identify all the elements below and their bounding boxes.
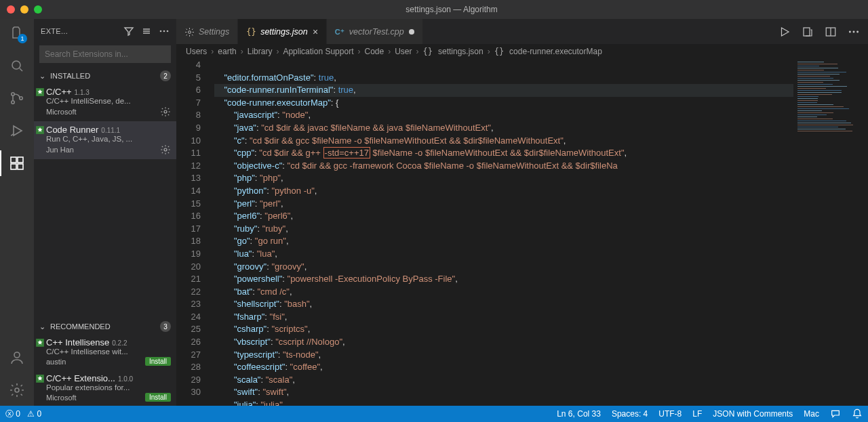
minimize-window-button[interactable] <box>20 5 28 14</box>
feedback-icon[interactable] <box>830 408 841 419</box>
code-line[interactable]: "c": "cd $dir && gcc $fileName -o $fileN… <box>214 135 793 148</box>
breadcrumb-item[interactable]: Code <box>364 47 384 56</box>
code-line[interactable]: "java": "cd $dir && javac $fileName && j… <box>214 122 793 135</box>
accounts-icon[interactable] <box>8 349 26 366</box>
close-icon[interactable]: × <box>313 26 318 37</box>
notifications-icon[interactable] <box>852 408 863 419</box>
platform-indicator[interactable]: Mac <box>804 409 819 419</box>
manage-gear-icon[interactable] <box>160 144 171 155</box>
sidebar-title: EXTE... <box>41 27 118 35</box>
close-window-button[interactable] <box>7 5 15 14</box>
code-line[interactable]: "editor.formatOnPaste": true, <box>214 72 793 85</box>
split-editor-icon[interactable] <box>825 26 837 38</box>
code-line[interactable]: "bat": "cmd /c", <box>214 286 793 299</box>
chevron-right-icon: › <box>241 47 243 56</box>
svg-rect-5 <box>18 157 23 163</box>
encoding-indicator[interactable]: UTF-8 <box>658 409 682 419</box>
breadcrumbs[interactable]: Users ›earth ›Library ›Application Suppo… <box>176 44 868 59</box>
install-button[interactable]: Install <box>145 357 171 366</box>
code-line[interactable]: "coffeescript": "coffee", <box>214 361 793 374</box>
breadcrumb-item[interactable]: Library <box>248 47 273 56</box>
breadcrumb-item[interactable]: Application Support <box>283 47 353 56</box>
code-line[interactable]: "vbscript": "cscript //Nologo", <box>214 336 793 349</box>
source-control-icon[interactable] <box>8 89 26 107</box>
explorer-icon[interactable]: 1 <box>8 24 26 42</box>
code-line[interactable]: "csharp": "scriptcs", <box>214 323 793 336</box>
breadcrumb-item[interactable]: code-runner.executorMap <box>509 47 602 56</box>
breadcrumb-item[interactable]: User <box>395 47 412 56</box>
language-mode[interactable]: JSON with Comments <box>713 409 793 419</box>
section-label: RECOMMENDED <box>50 322 111 331</box>
install-button[interactable]: Install <box>145 393 171 402</box>
code-line[interactable]: "julia": "julia", <box>214 399 793 406</box>
code-line[interactable]: "cpp": "cd $dir && g++ -std=c++17 $fileN… <box>214 147 793 160</box>
clear-icon[interactable] <box>141 26 152 37</box>
minimap[interactable] <box>793 59 868 406</box>
code-line[interactable]: "code-runner.runInTerminal": true, <box>214 84 793 97</box>
open-changes-icon[interactable] <box>802 26 814 38</box>
run-debug-icon[interactable] <box>8 122 26 140</box>
chevron-right-icon: › <box>416 47 419 56</box>
indent-indicator[interactable]: Spaces: 4 <box>612 409 648 419</box>
search-icon[interactable] <box>8 57 26 75</box>
svg-point-14 <box>164 110 167 113</box>
code-line[interactable]: "typescript": "ts-node", <box>214 349 793 362</box>
extensions-icon[interactable] <box>8 154 26 172</box>
code-line[interactable]: "perl6": "perl6", <box>214 210 793 223</box>
extension-item[interactable]: Code Runner0.11.1 Run C, C++, Java, JS, … <box>34 121 176 159</box>
code-line[interactable]: "python": "python -u", <box>214 185 793 198</box>
extension-item[interactable]: C/C++1.1.3 C/C++ IntelliSense, de... Mic… <box>34 83 176 121</box>
search-extensions-input[interactable] <box>39 45 171 63</box>
gutter-line-number: 5 <box>176 72 201 85</box>
tab-settings-json[interactable]: {} settings.json× <box>238 19 327 44</box>
code-line[interactable]: "go": "go run", <box>214 235 793 248</box>
code-editor[interactable]: 4567891011121314151617181920212223242526… <box>176 59 868 406</box>
gutter-line-number: 28 <box>176 361 201 374</box>
warnings-indicator[interactable]: ⚠ 0 <box>27 409 41 419</box>
eol-indicator[interactable]: LF <box>692 409 702 419</box>
errors-indicator[interactable]: ⓧ 0 <box>5 408 20 420</box>
code-line[interactable]: "swift": "swift", <box>214 386 793 399</box>
zoom-window-button[interactable] <box>34 5 42 14</box>
code-line[interactable]: "objective-c": "cd $dir && gcc -framewor… <box>214 160 793 173</box>
more-icon[interactable] <box>848 26 860 38</box>
file-type-icon <box>184 27 194 37</box>
breadcrumb-item[interactable]: settings.json <box>438 47 484 56</box>
code-line[interactable]: "code-runner.executorMap": { <box>214 97 793 110</box>
extension-item[interactable]: C/C++ Extensio...1.0.0 Popular extension… <box>34 370 176 406</box>
svg-rect-6 <box>11 164 16 169</box>
code-line[interactable]: "scala": "scala", <box>214 374 793 387</box>
section-recommended-header[interactable]: ⌄ RECOMMENDED 3 <box>34 319 176 334</box>
svg-point-16 <box>164 148 167 151</box>
code-line[interactable]: "perl": "perl", <box>214 198 793 211</box>
section-installed-header[interactable]: ⌄ INSTALLED 2 <box>34 68 176 83</box>
breadcrumb-item[interactable]: earth <box>218 47 236 56</box>
run-icon[interactable] <box>778 26 791 38</box>
tab-settings[interactable]: Settings <box>176 19 238 44</box>
code-line[interactable]: "powershell": "powershell -ExecutionPoli… <box>214 273 793 286</box>
section-label: INSTALLED <box>50 72 90 80</box>
tab-vectortest-cpp[interactable]: C⁺ vectorTest.cpp <box>327 19 423 44</box>
code-line[interactable]: "fsharp": "fsi", <box>214 311 793 324</box>
code-line[interactable]: "shellscript": "bash", <box>214 298 793 311</box>
manage-gear-icon[interactable] <box>160 106 171 117</box>
cursor-position[interactable]: Ln 6, Col 33 <box>557 409 601 419</box>
filter-icon[interactable] <box>123 26 134 37</box>
chevron-down-icon: ⌄ <box>39 322 47 331</box>
extension-publisher: Microsoft <box>46 108 77 116</box>
chevron-right-icon: › <box>488 47 490 56</box>
code-line[interactable]: "ruby": "ruby", <box>214 223 793 236</box>
braces-icon: {} <box>494 47 504 56</box>
settings-gear-icon[interactable] <box>8 381 26 399</box>
code-line[interactable]: "lua": "lua", <box>214 248 793 261</box>
gutter-line-number: 29 <box>176 374 201 387</box>
gutter-line-number: 18 <box>176 235 201 248</box>
code-line[interactable]: "php": "php", <box>214 172 793 185</box>
extension-badge-icon <box>35 338 43 346</box>
breadcrumb-item[interactable]: Users <box>186 47 207 56</box>
more-icon[interactable] <box>159 26 170 37</box>
chevron-right-icon: › <box>388 47 391 56</box>
code-line[interactable]: "javascript": "node", <box>214 109 793 122</box>
extension-item[interactable]: C++ Intellisense0.2.2 C/C++ Intellisense… <box>34 334 176 370</box>
code-line[interactable]: "groovy": "groovy", <box>214 261 793 274</box>
